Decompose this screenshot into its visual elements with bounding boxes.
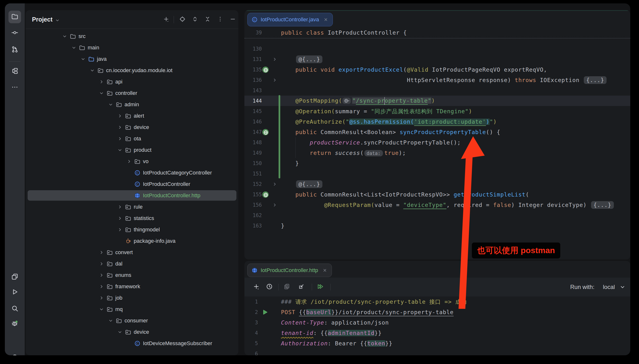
- close-icon[interactable]: [323, 17, 328, 22]
- chevron-down-icon[interactable]: [80, 56, 86, 62]
- tree-item-convert[interactable]: convert: [26, 246, 238, 258]
- collapse-all-button[interactable]: [203, 16, 212, 24]
- chevron-right-icon[interactable]: [117, 216, 123, 221]
- code-line-163: 163}: [244, 220, 630, 231]
- copy-request-button[interactable]: [283, 283, 291, 291]
- tree-item-rule[interactable]: rule: [26, 201, 238, 212]
- tree-item-statistics[interactable]: statistics: [26, 212, 238, 224]
- tree-item-vo[interactable]: vo: [26, 156, 238, 167]
- tree-item-main[interactable]: main: [26, 42, 238, 53]
- activity-bar-item-search[interactable]: [9, 302, 21, 315]
- activity-bar-item-structure[interactable]: [9, 65, 21, 78]
- tree-item-alert[interactable]: alert: [26, 110, 238, 122]
- tree-item-iotproductcontroller-http[interactable]: IotProductController.http: [26, 190, 238, 201]
- run-all-requests-button[interactable]: [316, 283, 324, 291]
- activity-bar-item-run-dashboard[interactable]: [9, 271, 21, 284]
- open-in-http-client-gutter-icon[interactable]: [262, 191, 269, 198]
- open-in-http-client-gutter-icon[interactable]: [262, 66, 269, 73]
- chevron-right-icon[interactable]: [99, 295, 104, 300]
- ide-window: Project srcmainjavacn.iocoder.yudao.modu…: [5, 4, 630, 355]
- fold-marker-icon[interactable]: [272, 202, 277, 208]
- tree-item-iotdevicemessagesubscriber[interactable]: CIotDeviceMessageSubscriber: [26, 338, 238, 349]
- chevron-down-icon[interactable]: [117, 148, 123, 153]
- activity-bar-item-debug[interactable]: [9, 318, 21, 330]
- arc-icon: [11, 349, 19, 355]
- http-code-area[interactable]: 1### 请求 /iot/product/sync-property-table…: [244, 296, 630, 355]
- more-vertical-button[interactable]: [216, 16, 224, 24]
- fold-marker-icon[interactable]: [272, 78, 277, 83]
- tree-item-src[interactable]: src: [26, 30, 238, 42]
- chevron-right-icon[interactable]: [117, 125, 123, 130]
- add-request-button[interactable]: [252, 283, 260, 291]
- chevron-right-icon[interactable]: [99, 284, 104, 289]
- locate-button[interactable]: [178, 16, 186, 24]
- activity-bar-item-project[interactable]: [9, 11, 21, 23]
- chevron-down-icon[interactable]: [62, 34, 67, 39]
- tree-item-admin[interactable]: admin: [26, 99, 238, 110]
- history-button[interactable]: [265, 283, 273, 291]
- url-inlay-globe-icon[interactable]: [343, 98, 351, 104]
- tree-item-thingmodel[interactable]: thingmodel: [26, 224, 238, 235]
- tree-item-controller[interactable]: controller: [26, 87, 238, 99]
- tree-item-iotproductcategorycontroller[interactable]: CIotProductCategoryController: [26, 167, 238, 178]
- tree-item-dal[interactable]: dal: [26, 258, 238, 269]
- expand-all-button[interactable]: [191, 16, 199, 24]
- tree-item-java[interactable]: java: [26, 53, 238, 64]
- chevron-right-icon[interactable]: [117, 227, 123, 232]
- tree-item-mq[interactable]: mq: [26, 304, 238, 315]
- tree-item-cn-iocoder-yudao-module-iot[interactable]: cn.iocoder.yudao.module.iot: [26, 64, 238, 76]
- tree-item-enums[interactable]: enums: [26, 269, 238, 281]
- tab-iotproductcontroller-java[interactable]: C IotProductController.java: [247, 13, 333, 26]
- class-icon: C: [134, 340, 141, 346]
- tree-item-api[interactable]: api: [26, 76, 238, 87]
- environment-selector[interactable]: local: [603, 284, 615, 290]
- tree-item-consumer[interactable]: consumer: [26, 315, 238, 326]
- tree-item-label: thingmodel: [134, 226, 160, 233]
- chevron-right-icon[interactable]: [99, 79, 104, 84]
- add-button[interactable]: [162, 16, 170, 24]
- line-number: 6: [247, 351, 258, 356]
- sticky-header-line: 39public class IotProductController {: [244, 27, 630, 38]
- convert-import-button[interactable]: [297, 283, 305, 291]
- chevron-down-icon[interactable]: [117, 330, 123, 335]
- chevron-down-icon[interactable]: [619, 284, 626, 290]
- tree-item-label: alert: [134, 113, 144, 119]
- tree-item-product[interactable]: product: [26, 144, 238, 156]
- project-panel-title[interactable]: Project: [32, 16, 60, 23]
- tree-item-job[interactable]: job: [26, 292, 238, 304]
- tree-item-device[interactable]: device: [26, 326, 238, 338]
- chevron-right-icon[interactable]: [99, 272, 104, 278]
- chevron-down-icon[interactable]: [71, 45, 77, 50]
- fold-marker-icon[interactable]: [272, 182, 277, 187]
- chevron-down-icon[interactable]: [108, 102, 113, 107]
- tree-item-iotproductcontroller[interactable]: CIotProductController: [26, 178, 238, 190]
- tree-item-device[interactable]: device: [26, 122, 238, 133]
- activity-bar-item-run[interactable]: [9, 286, 21, 299]
- run-request-gutter-icon[interactable]: [261, 308, 269, 316]
- chevron-down-icon[interactable]: [90, 68, 95, 73]
- chevron-down-icon[interactable]: [108, 318, 113, 323]
- close-icon[interactable]: [323, 268, 327, 273]
- tree-item-package-info-java[interactable]: package-info.java: [26, 235, 238, 246]
- code-line-130: 130: [244, 44, 630, 54]
- activity-bar-item-more-tool-windows[interactable]: [9, 81, 21, 94]
- chevron-right-icon[interactable]: [117, 204, 123, 210]
- hide-button[interactable]: [229, 16, 237, 24]
- chevron-right-icon[interactable]: [99, 261, 104, 266]
- chevron-down-icon[interactable]: [99, 307, 104, 312]
- chevron-right-icon[interactable]: [117, 113, 123, 118]
- chevron-right-icon[interactable]: [126, 159, 132, 164]
- tree-item-framework[interactable]: framework: [26, 281, 238, 292]
- open-in-http-client-gutter-icon[interactable]: [262, 128, 269, 136]
- code-area[interactable]: 130131 @{...}135 public void exportProdu…: [244, 44, 630, 260]
- fold-marker-icon[interactable]: [272, 57, 277, 62]
- activity-bar-item-commit[interactable]: [9, 27, 21, 40]
- chevron-right-icon[interactable]: [99, 250, 104, 255]
- tree-item-label: job: [115, 295, 122, 301]
- chevron-right-icon[interactable]: [117, 136, 123, 141]
- tree-item-ota[interactable]: ota: [26, 133, 238, 144]
- tab-iotproductcontroller-http[interactable]: IotProductController.http: [247, 264, 332, 277]
- activity-bar-item-clipped-icon[interactable]: [9, 347, 21, 355]
- activity-bar-item-pull-requests[interactable]: [9, 44, 21, 56]
- chevron-down-icon[interactable]: [99, 90, 104, 96]
